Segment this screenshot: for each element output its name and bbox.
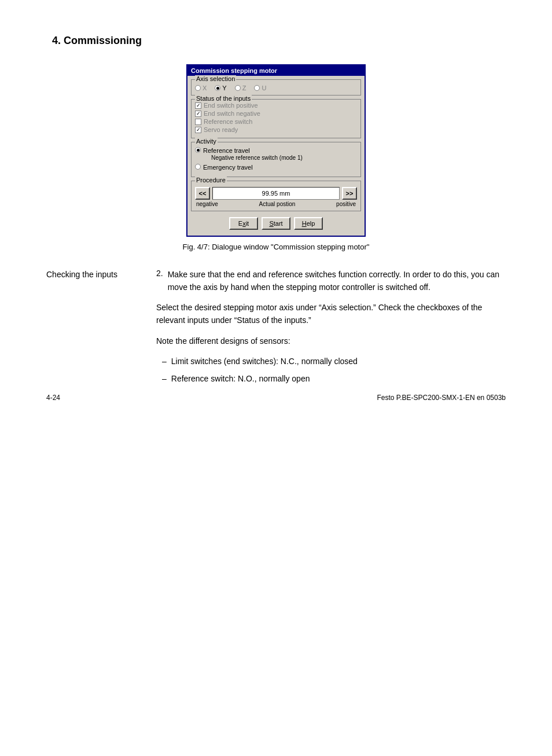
activity-ref-travel-content: Reference travel Negative reference swit…	[203, 147, 303, 162]
input-end-positive[interactable]: End switch positive	[195, 102, 357, 109]
input-end-negative-label: End switch negative	[204, 110, 260, 117]
help-label: Help	[302, 220, 315, 227]
para1: Select the desired stepping motor axis u…	[156, 302, 506, 326]
position-labels: negative Actual postion positive	[195, 201, 357, 207]
activity-ref-travel-label: Reference travel	[203, 147, 250, 154]
right-column: 2. Make sure that the end and reference …	[156, 269, 506, 390]
label-negative: negative	[196, 201, 218, 207]
section-heading: 4. Commissioning	[52, 35, 506, 47]
checking-inputs-label: Checking the inputs	[46, 269, 139, 279]
axis-radio-row: X Y Z U	[195, 85, 357, 91]
input-ref-switch-label: Reference switch	[204, 118, 252, 125]
axis-selection-label: Axis selection	[195, 75, 236, 82]
commission-dialog: Commission stepping motor Axis selection…	[186, 64, 366, 237]
input-end-negative-check[interactable]	[195, 111, 201, 117]
axis-x-label: X	[203, 85, 207, 91]
figure-caption: Fig. 4/7: Dialogue window "Commission st…	[183, 243, 370, 251]
page: 4. Commissioning Commission stepping mot…	[0, 0, 552, 425]
activity-ref-travel-sublabel: Negative reference switch (mode 1)	[211, 154, 303, 162]
input-end-positive-check[interactable]	[195, 102, 201, 109]
axis-y-label: Y	[222, 85, 226, 91]
nav-left-button[interactable]: <<	[195, 187, 210, 200]
activity-emergency-radio[interactable]	[195, 164, 201, 170]
input-servo-ready[interactable]: Servo ready	[195, 126, 357, 133]
input-ref-switch[interactable]: Reference switch	[195, 118, 357, 125]
section-number: 4.	[52, 35, 61, 46]
activity-group: Activity Reference travel Negative refer…	[191, 142, 361, 177]
page-number: 4-24	[46, 394, 60, 402]
help-button[interactable]: Help	[294, 217, 323, 230]
exit-label: Exit	[238, 220, 249, 227]
bullet-1-text: Limit switches (end switches): N.C., nor…	[171, 355, 358, 368]
step-intro: 2. Make sure that the end and reference …	[156, 269, 506, 293]
position-display: 99.95 mm	[212, 187, 340, 200]
page-footer: 4-24 Festo P.BE-SPC200-SMX-1-EN en 0503b	[46, 394, 506, 402]
activity-label: Activity	[195, 138, 218, 145]
activity-options: Reference travel Negative reference swit…	[195, 147, 357, 171]
dialog-area: Commission stepping motor Axis selection…	[46, 64, 506, 251]
para2: Note the different designs of sensors:	[156, 335, 506, 348]
procedure-row: << 99.95 mm >>	[195, 187, 357, 200]
label-positive: positive	[336, 201, 356, 207]
status-inputs-label: Status of the inputs	[195, 95, 252, 102]
axis-z[interactable]: Z	[235, 85, 246, 91]
procedure-label: Procedure	[195, 177, 227, 184]
content-section: Checking the inputs 2. Make sure that th…	[46, 269, 506, 390]
dialog-titlebar: Commission stepping motor	[187, 65, 365, 76]
dialog-title: Commission stepping motor	[191, 67, 277, 74]
bullet-1: – Limit switches (end switches): N.C., n…	[162, 355, 506, 368]
input-ref-switch-check[interactable]	[195, 119, 201, 125]
start-button[interactable]: Start	[262, 217, 290, 230]
activity-ref-travel-radio[interactable]	[195, 147, 201, 153]
procedure-group: Procedure << 99.95 mm >> negative Actual…	[191, 181, 361, 211]
axis-u[interactable]: U	[254, 85, 266, 91]
status-inputs-group: Status of the inputs End switch positive…	[191, 99, 361, 138]
doc-ref: Festo P.BE-SPC200-SMX-1-EN en 0503b	[377, 394, 506, 402]
input-servo-ready-check[interactable]	[195, 127, 201, 133]
bullet-2-text: Reference switch: N.O., normally open	[171, 373, 310, 386]
nav-right-button[interactable]: >>	[342, 187, 357, 200]
axis-z-radio[interactable]	[235, 85, 241, 91]
bullet-list: – Limit switches (end switches): N.C., n…	[162, 355, 506, 385]
activity-ref-travel[interactable]: Reference travel Negative reference swit…	[195, 147, 357, 162]
axis-z-label: Z	[242, 85, 246, 91]
exit-button[interactable]: Exit	[229, 217, 258, 230]
axis-y[interactable]: Y	[215, 85, 226, 91]
input-servo-ready-label: Servo ready	[204, 126, 238, 133]
start-label: Start	[269, 220, 282, 227]
dialog-content: Axis selection X Y Z	[187, 76, 365, 236]
label-actual: Actual postion	[259, 201, 296, 207]
axis-u-radio[interactable]	[254, 85, 260, 91]
activity-emergency[interactable]: Emergency travel	[195, 164, 357, 171]
step-number: 2.	[156, 269, 163, 293]
bullet-dash-2: –	[162, 373, 167, 386]
activity-emergency-label: Emergency travel	[203, 164, 253, 171]
dialog-buttons: Exit Start Help	[191, 215, 361, 232]
step-text: Make sure that the end and reference swi…	[168, 269, 506, 293]
axis-x[interactable]: X	[195, 85, 207, 91]
left-column: Checking the inputs	[46, 269, 139, 390]
bullet-2: – Reference switch: N.O., normally open	[162, 373, 506, 386]
bullet-dash-1: –	[162, 355, 167, 368]
input-end-negative[interactable]: End switch negative	[195, 110, 357, 117]
axis-x-radio[interactable]	[195, 85, 201, 91]
axis-selection-group: Axis selection X Y Z	[191, 79, 361, 96]
axis-y-radio[interactable]	[215, 85, 220, 91]
axis-u-label: U	[262, 85, 266, 91]
section-title: Commissioning	[64, 35, 142, 46]
input-end-positive-label: End switch positive	[204, 102, 258, 109]
